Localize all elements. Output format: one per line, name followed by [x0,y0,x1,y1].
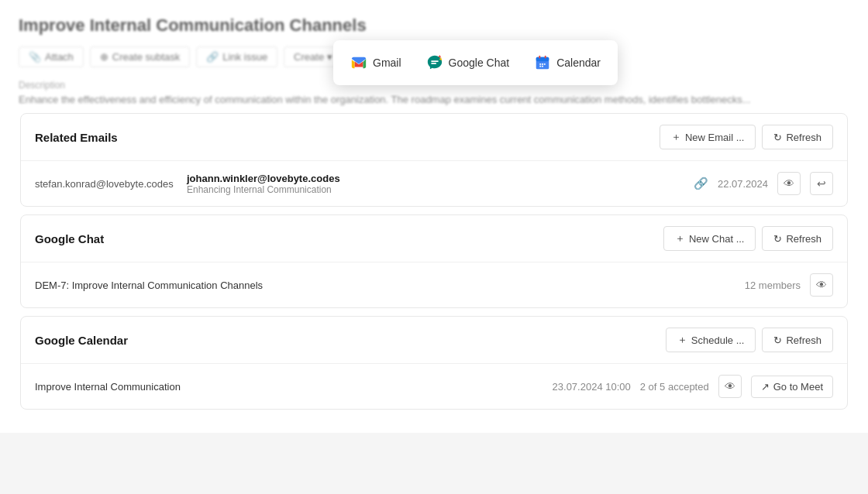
google-calendar-header: Google Calendar ＋ Schedule ... ↻ Refresh [21,317,847,364]
google-calendar-title: Google Calendar [35,334,128,347]
email-date: 22.07.2024 [718,178,768,190]
google-calendar-panel: Google Calendar ＋ Schedule ... ↻ Refresh… [20,316,848,410]
google-chat-icon [426,54,443,71]
external-link-icon: ↗ [761,381,770,393]
calendar-icon [534,54,551,71]
link-issue-button[interactable]: 🔗 Link issue [196,46,277,67]
google-chat-header: Google Chat ＋ New Chat ... ↻ Refresh [21,215,847,262]
accepted-count: 2 of 5 accepted [640,381,709,393]
refresh-icon: ↻ [773,132,782,143]
refresh-emails-button[interactable]: ↻ Refresh [762,125,833,149]
dropdown-calendar[interactable]: Calendar [523,48,611,77]
email-subtitle: Enhancing Internal Communication [187,184,681,195]
calendar-event-title: Improve Internal Communication [35,381,543,393]
email-meta: 🔗 22.07.2024 👁 ↩ [694,172,833,195]
related-emails-title: Related Emails [35,131,118,144]
calendar-event-date: 23.07.2024 10:00 [553,381,631,393]
refresh-chat-button[interactable]: ↻ Refresh [762,226,833,251]
page-title: Improve Internal Communication Channels [19,15,849,36]
view-email-button[interactable]: 👁 [777,172,801,195]
refresh-icon: ↻ [773,334,782,346]
new-chat-button[interactable]: ＋ New Chat ... [663,226,756,251]
google-chat-title: Google Chat [35,232,104,245]
create-subtask-button[interactable]: ⊕ Create subtask [90,46,190,67]
google-chat-panel: Google Chat ＋ New Chat ... ↻ Refresh DEM… [20,214,848,308]
new-email-button[interactable]: ＋ New Email ... [660,125,756,149]
google-chat-actions: ＋ New Chat ... ↻ Refresh [663,226,833,251]
related-emails-header: Related Emails ＋ New Email ... ↻ Refresh [21,114,847,161]
email-details: johann.winkler@lovebyte.codes Enhancing … [187,173,681,195]
svg-rect-3 [545,56,546,59]
go-to-meet-button[interactable]: ↗ Go to Meet [751,376,833,398]
members-count: 12 members [745,280,801,291]
related-emails-panel: Related Emails ＋ New Email ... ↻ Refresh… [20,113,848,207]
refresh-calendar-button[interactable]: ↻ Refresh [762,328,833,352]
dropdown-google-chat[interactable]: Google Chat [415,48,521,77]
calendar-row: Improve Internal Communication 23.07.202… [21,364,847,409]
email-subject: johann.winkler@lovebyte.codes [187,173,681,184]
plus-icon: ＋ [675,232,685,245]
plus-icon: ＋ [677,333,687,347]
chat-thread-title: DEM-7: Improve Internal Communication Ch… [35,280,263,291]
dropdown-gmail[interactable]: Gmail [339,48,412,77]
schedule-button[interactable]: ＋ Schedule ... [666,328,756,352]
related-emails-actions: ＋ New Email ... ↻ Refresh [660,125,833,149]
svg-rect-2 [539,56,541,59]
google-calendar-actions: ＋ Schedule ... ↻ Refresh [666,328,833,352]
view-chat-button[interactable]: 👁 [810,273,833,297]
email-from: stefan.konrad@lovebyte.codes [35,178,174,190]
google-chat-label: Google Chat [449,57,510,69]
plus-icon: ＋ [671,130,681,144]
gmail-label: Gmail [373,57,401,69]
calendar-label: Calendar [556,57,601,69]
reply-email-button[interactable]: ↩ [810,172,833,195]
refresh-icon: ↻ [773,233,782,245]
description-text: Enhance the effectiveness and efficiency… [19,94,849,105]
attach-button[interactable]: 📎 Attach [19,46,84,67]
chat-meta: 12 members 👁 [745,273,833,297]
gmail-icon [350,54,367,71]
chat-row: DEM-7: Improve Internal Communication Ch… [21,262,847,307]
svg-rect-1 [536,57,549,62]
view-calendar-button[interactable]: 👁 [718,375,742,398]
app-dropdown: Gmail Google Chat Calendar [333,40,618,85]
link-icon: 🔗 [694,177,708,190]
email-row: stefan.konrad@lovebyte.codes johann.wink… [21,161,847,206]
